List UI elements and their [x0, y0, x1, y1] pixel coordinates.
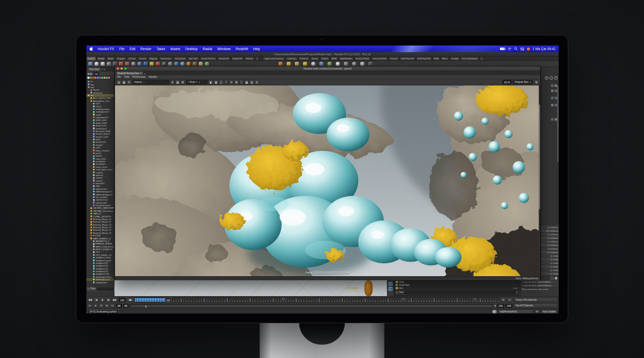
teal-sphere-icon[interactable] — [555, 277, 558, 280]
shelf-tab[interactable]: Volume — [244, 57, 255, 60]
shelf-tool-icon[interactable] — [352, 62, 356, 66]
tree-node-row[interactable]: attribdelete1 — [86, 281, 114, 283]
context-path-dropdown[interactable]: /obj/Atmospheric... — [498, 309, 534, 314]
shelf-tab[interactable]: Terrain FX — [217, 57, 230, 60]
children-count-row[interactable]: (1 child) — [541, 261, 559, 265]
transport-button[interactable]: ■ — [100, 298, 105, 302]
shelf-tab[interactable]: Lights and Cameras — [263, 57, 285, 60]
renderview-titlebar[interactable]: Houdini Indie Limited-Commercial - panel… — [115, 66, 540, 71]
shelf-tab[interactable]: FEM — [432, 57, 440, 60]
rv-toolbar-icon[interactable]: ● — [170, 80, 175, 84]
shelf-tool-icon[interactable] — [187, 62, 191, 66]
children-count-row[interactable]: (18 children) — [541, 229, 559, 233]
filter-dot-icon[interactable] — [90, 77, 92, 79]
rv-toolbar-icon[interactable]: ⊙ — [229, 80, 234, 84]
tree-tab-close[interactable]: × — [102, 68, 103, 71]
houdini-titlebar[interactable]: /Users/andre/Documents/Projects/Morph.hi… — [86, 52, 559, 57]
shelf-tool-icon[interactable] — [88, 62, 93, 66]
shelf-tab[interactable]: Create — [86, 57, 96, 60]
rv-toolbar-icon[interactable]: ⊡ — [255, 80, 259, 84]
rv-menu-item[interactable]: View — [124, 76, 129, 78]
auto-update-dropdown[interactable]: Auto Update — [541, 309, 558, 314]
menubar-item[interactable]: Render — [138, 47, 154, 51]
shelf-tool-icon[interactable] — [199, 62, 203, 66]
filter-checkbox[interactable] — [87, 288, 89, 290]
shelf-tool-icon[interactable] — [174, 62, 178, 66]
material-scene-row[interactable]: + /obj/CACHED_MAINSHAPE/u... — [521, 280, 559, 284]
range-step-field[interactable]: 88 — [123, 304, 129, 308]
tree-view-tab[interactable]: Tree View — [87, 68, 101, 71]
shelf-tool-icon[interactable] — [319, 62, 324, 66]
brain-icon[interactable] — [492, 310, 497, 314]
shelf-tool-icon[interactable] — [360, 62, 364, 66]
tree-filter-input[interactable] — [97, 287, 113, 290]
slider-handle[interactable] — [145, 305, 147, 308]
children-count-row[interactable]: (0 children) — [541, 247, 559, 251]
shelf-tab[interactable]: Modify — [97, 57, 106, 60]
rv-toolbar-icon[interactable]: ▣ — [244, 80, 249, 84]
shelf-tab[interactable]: Particles — [298, 57, 310, 60]
playback-option-button[interactable]: ◎ — [104, 304, 109, 308]
rv-menu-item[interactable]: Houdini — [149, 76, 157, 78]
shelf-tool-icon[interactable] — [279, 62, 283, 66]
shelf-tool-icon[interactable] — [168, 62, 172, 66]
menubar-item[interactable]: Radial — [200, 47, 215, 51]
shelf-tab[interactable]: Guide Process — [200, 57, 217, 60]
filter-dot-icon[interactable] — [108, 77, 110, 79]
renderview-scrollbar[interactable] — [539, 85, 540, 276]
shelf-tool-icon[interactable] — [137, 62, 142, 66]
transport-button[interactable]: ◀ — [94, 298, 99, 302]
filter-dot-icon[interactable] — [106, 77, 108, 79]
rv-toolbar-icon[interactable]: ↻ — [127, 80, 131, 84]
timeline-option-icon[interactable]: ▷ — [507, 298, 513, 302]
siri-icon[interactable] — [527, 48, 530, 51]
shelf-tab[interactable]: Constraints — [173, 57, 187, 60]
shelf-tab[interactable]: Simple FX — [231, 57, 244, 60]
shelf-tab[interactable]: Vellum — [320, 57, 330, 60]
snapshot-dropdown[interactable]: < Auto >▾ — [186, 80, 208, 84]
shelf-tab[interactable]: SOP Pyro FX — [400, 57, 416, 60]
children-count-row[interactable]: (0 children) — [541, 236, 559, 240]
playback-option-button[interactable]: ▭ — [110, 304, 115, 308]
menubar-item[interactable]: Assets — [168, 47, 183, 51]
rv-menu-item[interactable]: File — [117, 76, 121, 78]
menubar-item[interactable]: Windows — [215, 47, 233, 51]
palette-grid-icon[interactable] — [388, 287, 393, 291]
children-count-row[interactable]: (0 children) — [541, 240, 559, 243]
menubar-item[interactable]: Takes — [154, 47, 168, 51]
shelf-tool-icon[interactable] — [193, 62, 197, 66]
material-add-button[interactable]: + — [516, 291, 518, 294]
rv-toolbar-icon[interactable]: ▤ — [117, 80, 121, 84]
shelf-tool-icon[interactable] — [180, 62, 185, 66]
shelf-tool-icon[interactable] — [95, 62, 99, 66]
current-frame-field[interactable]: 102 — [119, 298, 126, 302]
menubar-item[interactable]: Houdini FX — [95, 47, 117, 51]
shelf-tool-icon[interactable] — [311, 62, 315, 66]
rv-menu-item[interactable]: Preferences — [132, 76, 146, 78]
frame-nudge-buttons[interactable]: ◀▶ — [127, 298, 133, 302]
range-end-field[interactable]: 240 — [497, 304, 504, 308]
tree-path-box[interactable]: obj — [94, 72, 100, 76]
rv-toolbar-icon[interactable]: ▦ — [122, 80, 126, 84]
nav-back-icon[interactable]: ◀ — [87, 72, 89, 75]
palette-grid-icon[interactable] — [388, 282, 393, 286]
filter-dot-icon[interactable] — [104, 77, 106, 79]
playback-option-button[interactable]: ▷ — [87, 304, 93, 308]
rv-toolbar-icon[interactable]: ▦ — [175, 80, 180, 84]
range-slider[interactable] — [130, 304, 493, 308]
keys-summary-button[interactable]: 0 keys, 0/0 channels — [514, 298, 558, 302]
children-count-row[interactable]: (1 child) — [541, 272, 559, 276]
shelf-tab[interactable]: Collisions — [286, 57, 298, 60]
filter-dot-icon[interactable] — [97, 77, 99, 79]
shelf-tab[interactable]: + — [479, 57, 484, 60]
shelf-tab[interactable]: DOP Pyro FX — [416, 57, 432, 60]
key-all-channels-button[interactable]: Key All Channels — [514, 303, 558, 308]
shelf-tab[interactable]: Hair Utils — [188, 57, 199, 60]
panel-tool-icon[interactable]: ✎ — [545, 76, 548, 80]
children-count-row[interactable]: (0 children) — [541, 243, 559, 247]
timeline-option-icon[interactable]: ⊙ — [500, 298, 506, 302]
nav-forward-icon[interactable]: ▶ — [90, 72, 93, 75]
menubar-item[interactable]: Help — [250, 47, 262, 51]
shelf-tab[interactable]: Model — [106, 57, 115, 60]
shelf-tool-icon[interactable] — [287, 62, 291, 66]
